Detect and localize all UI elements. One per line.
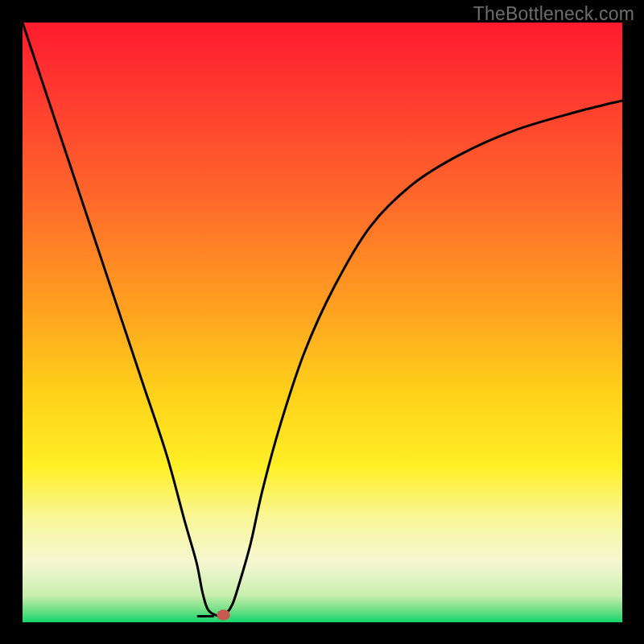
current-point-marker bbox=[217, 609, 229, 620]
plot-area bbox=[23, 23, 622, 622]
chart-frame: TheBottleneck.com bbox=[0, 0, 644, 644]
watermark-label: TheBottleneck.com bbox=[473, 3, 634, 25]
gradient-background bbox=[23, 23, 622, 622]
bottleneck-chart bbox=[23, 23, 622, 622]
